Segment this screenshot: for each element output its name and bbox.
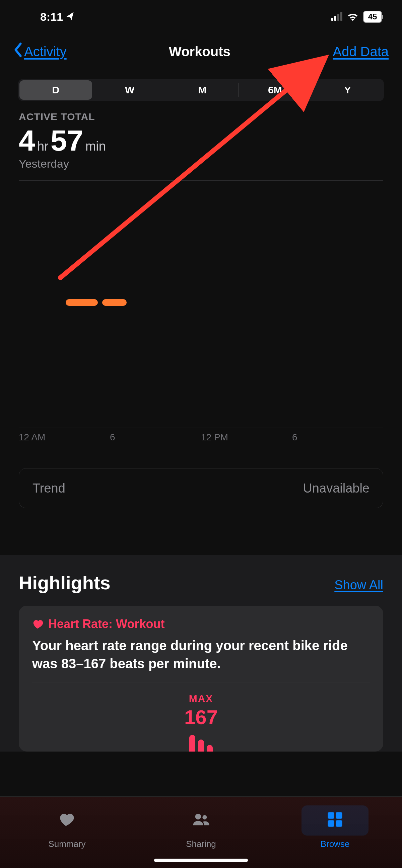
trend-row[interactable]: Trend Unavailable	[19, 468, 383, 508]
tab-label: Summary	[48, 839, 85, 849]
status-time: 8:11	[40, 10, 63, 24]
heart-icon	[32, 618, 44, 630]
back-label: Activity	[24, 44, 67, 59]
x-tick-label: 12 PM	[201, 432, 292, 443]
grid-icon	[326, 811, 344, 831]
card-title: Heart Rate: Workout	[48, 617, 165, 631]
page-title: Workouts	[169, 44, 230, 59]
card-metric: MAX 167	[32, 683, 370, 751]
active-total-summary: ACTIVE TOTAL 4 hr 57 min Yesterday	[0, 101, 402, 174]
trend-value: Unavailable	[303, 481, 370, 496]
home-indicator[interactable]	[154, 859, 248, 862]
chart-plot-area[interactable]	[19, 180, 383, 428]
svg-rect-5	[327, 820, 334, 827]
wifi-icon	[347, 12, 358, 21]
segment-day[interactable]: D	[20, 80, 92, 100]
tab-label: Browse	[321, 839, 350, 849]
tab-sharing[interactable]: Sharing	[134, 797, 268, 868]
svg-point-2	[202, 815, 207, 819]
segment-month[interactable]: M	[166, 79, 239, 101]
segment-6month[interactable]: 6M	[238, 79, 311, 101]
add-data-button[interactable]: Add Data	[333, 44, 389, 59]
highlights-section: Highlights Show All Heart Rate: Workout …	[0, 555, 402, 751]
gridline	[292, 181, 292, 428]
metric-value: 167	[32, 706, 370, 729]
battery-indicator: 45	[363, 11, 382, 23]
tab-label: Sharing	[186, 839, 216, 849]
workout-bar	[66, 299, 97, 306]
svg-rect-6	[336, 820, 342, 827]
metric-label: MAX	[32, 693, 370, 704]
cellular-signal-icon	[331, 13, 342, 21]
minutes-value: 57	[51, 126, 83, 155]
card-header: Heart Rate: Workout	[32, 617, 370, 631]
status-bar: 8:11 45	[0, 0, 402, 33]
tab-bar: Summary Sharing Browse	[0, 796, 402, 868]
people-icon	[192, 811, 210, 831]
heart-icon	[58, 811, 76, 831]
x-tick-label: 6	[292, 432, 383, 443]
tab-browse[interactable]: Browse	[268, 797, 402, 868]
nav-bar: Activity Workouts Add Data	[0, 33, 402, 70]
status-indicators: 45	[331, 11, 382, 23]
hours-value: 4	[19, 126, 35, 155]
show-all-button[interactable]: Show All	[334, 578, 383, 592]
location-arrow-icon	[66, 10, 75, 24]
metric-sparkline	[32, 732, 370, 751]
x-tick-label: 6	[110, 432, 201, 443]
svg-rect-4	[336, 812, 342, 819]
time-range-segmented-control[interactable]: D W M 6M Y	[18, 79, 384, 101]
svg-rect-3	[327, 812, 334, 819]
back-button[interactable]: Activity	[13, 42, 67, 61]
workout-chart: 12 AM612 PM6	[19, 180, 383, 443]
card-body: Your heart rate range during your recent…	[32, 637, 370, 683]
active-total-context: Yesterday	[19, 157, 383, 170]
status-time-group: 8:11	[40, 10, 75, 24]
x-tick-label: 12 AM	[19, 432, 110, 443]
segment-week[interactable]: W	[93, 79, 166, 101]
highlights-title: Highlights	[19, 572, 111, 594]
battery-percent: 45	[363, 11, 382, 23]
heart-rate-card[interactable]: Heart Rate: Workout Your heart rate rang…	[19, 606, 383, 751]
trend-label: Trend	[32, 481, 65, 496]
workout-bar	[102, 299, 126, 306]
hours-unit: hr	[37, 139, 49, 154]
chevron-left-icon	[13, 42, 23, 61]
minutes-unit: min	[85, 139, 106, 154]
segment-year[interactable]: Y	[311, 79, 384, 101]
active-total-value: 4 hr 57 min	[19, 126, 383, 155]
active-total-label: ACTIVE TOTAL	[19, 111, 383, 122]
tab-summary[interactable]: Summary	[0, 797, 134, 868]
gridline	[201, 181, 201, 428]
chart-x-axis: 12 AM612 PM6	[19, 432, 383, 443]
svg-point-1	[195, 813, 201, 819]
